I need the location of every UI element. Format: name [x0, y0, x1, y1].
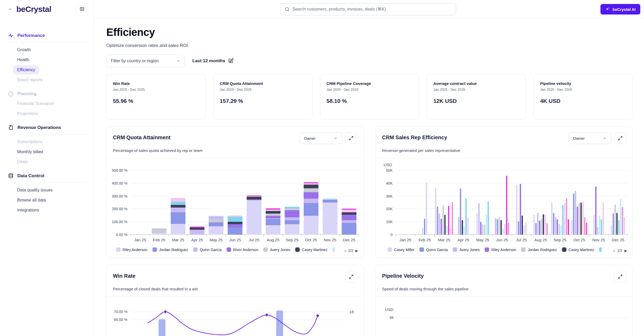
expand-chart-button[interactable] — [614, 132, 626, 144]
bar — [577, 207, 578, 235]
sidebar-item-subscriptions[interactable]: Subscriptions — [13, 137, 46, 147]
stacked-bar — [285, 207, 299, 235]
x-tick-label: Nov 25 — [589, 238, 608, 242]
legend-item-jordan-rodriguez[interactable]: Jordan Rodriguez — [521, 247, 557, 252]
axis-tick — [550, 235, 551, 236]
legend-item-partial[interactable] — [599, 247, 602, 252]
bar — [564, 203, 565, 235]
bar-group — [533, 213, 548, 235]
sidebar-item-projections[interactable]: Projections — [13, 109, 42, 118]
bar — [484, 225, 485, 235]
bar-segment — [209, 217, 223, 219]
legend-swatch — [453, 247, 457, 252]
x-tick-label: Jul 25 — [512, 238, 531, 242]
sidebar-item-growth[interactable]: Growth — [13, 45, 35, 55]
bar-cell — [245, 163, 264, 235]
chart-legend: Casey MillerQuinn GarciaAvery JonesRiley… — [376, 245, 632, 258]
expand-chart-button[interactable] — [614, 271, 626, 282]
sidebar-item-data-quality-issues[interactable]: Data quality issues — [13, 185, 56, 195]
bar-cell — [207, 163, 226, 235]
owner-select[interactable]: Owner — [299, 132, 342, 144]
legend-item-river-anderson[interactable]: River Anderson — [227, 247, 259, 252]
sidebar-item-efficiency[interactable]: Efficiency — [13, 65, 39, 75]
panel-collapse-icon — [79, 6, 85, 12]
sidebar-item-board-reports[interactable]: Board reports — [13, 75, 47, 85]
legend-next-icon[interactable]: ▶ — [355, 249, 358, 253]
edit-period-button[interactable] — [228, 58, 234, 64]
sidebar-item-browse-all-data[interactable]: Browse all data — [13, 195, 50, 205]
bar-cell — [169, 163, 188, 235]
legend-swatch — [562, 247, 566, 252]
legend-item-riley-anderson[interactable]: Riley Anderson — [116, 247, 147, 252]
y-axis: USD 4K — [377, 301, 397, 336]
legend-item-jordan-rodriguez[interactable]: Jordan Rodriguez — [152, 247, 188, 252]
kpi-period: Jan 2025 - Dec 2025 — [327, 88, 413, 92]
right-y-axis: 18 — [347, 301, 359, 336]
sidebar-section-planning[interactable]: Planning — [8, 89, 87, 98]
legend-prev-icon[interactable]: ◀ — [344, 249, 346, 253]
sidebar-collapse-button[interactable] — [76, 3, 88, 15]
expand-icon — [349, 274, 354, 279]
axis-tick — [589, 235, 589, 236]
expand-chart-button[interactable] — [345, 132, 357, 144]
legend-item-quinn-garcia[interactable]: Quinn Garcia — [419, 247, 448, 252]
axis-tick — [434, 235, 435, 236]
ai-assistant-button[interactable]: beCrystal AI — [600, 4, 640, 15]
legend-label: Casey Martinez — [569, 248, 594, 252]
chart-head: CRM Quota Attainment Owner — [107, 127, 363, 144]
x-tick-label: Oct 25 — [302, 238, 321, 242]
bar — [611, 226, 612, 235]
legend-item-avery-jones[interactable]: Avery Jones — [453, 247, 480, 252]
x-tick-label: Jun 25 — [226, 238, 245, 242]
ai-button-label: beCrystal AI — [613, 7, 636, 12]
search-input[interactable] — [292, 7, 452, 12]
sidebar-section-label: Data Control — [17, 173, 44, 179]
sidebar-item-monthly-billed[interactable]: Monthly billed — [13, 147, 47, 157]
legend-item-partial[interactable] — [332, 247, 335, 252]
sidebar-item-health[interactable]: Health — [13, 55, 33, 65]
chart-head: Pipeline Velocity — [376, 265, 632, 282]
legend-label: Avery Jones — [270, 248, 290, 252]
legend-item-quinn-garcia[interactable]: Quinn Garcia — [193, 247, 221, 252]
sidebar-item-financial-scenarios[interactable]: Financial Scenarios — [13, 99, 58, 108]
main-area: beCrystal AI Efficiency Optimize convers… — [94, 0, 644, 336]
expand-chart-button[interactable] — [345, 271, 357, 282]
sidebar-section-data-control[interactable]: Data Control — [8, 171, 87, 180]
stacked-bar — [209, 216, 223, 235]
bar — [613, 213, 614, 235]
sidebar-item-deals[interactable]: Deals — [13, 157, 32, 167]
legend-swatch — [227, 247, 231, 252]
sidebar-section-performance[interactable]: Performance — [8, 31, 87, 40]
y-tick-label: 200.00 % — [112, 207, 127, 211]
legend-item-casey-martinez[interactable]: Casey Martinez — [562, 247, 594, 252]
owner-select[interactable]: Owner — [569, 132, 611, 144]
legend-item-riley-anderson[interactable]: Riley Anderson — [485, 247, 516, 252]
legend-item-avery-jones[interactable]: Avery Jones — [263, 247, 290, 252]
bar — [580, 203, 582, 235]
bar-segment — [342, 212, 356, 215]
legend-label: Jordan Rodriguez — [528, 248, 557, 252]
bar-cell — [608, 163, 628, 235]
legend-swatch — [263, 247, 268, 252]
bar — [560, 226, 562, 235]
sidebar-section-revenue-operations[interactable]: Revenue Operations — [8, 123, 87, 132]
y-tick-label: 30K — [386, 194, 393, 198]
x-tick-label: Dec 25 — [340, 238, 359, 242]
bar-cells — [131, 163, 359, 235]
bar-segment — [266, 211, 280, 214]
kpi-value: 4K USD — [540, 98, 626, 104]
legend-item-casey-miller[interactable]: Casey Miller — [388, 247, 414, 252]
sidebar-item-integrations[interactable]: Integrations — [13, 205, 43, 215]
country-filter-select[interactable]: Filter by country or region — [106, 55, 185, 67]
axis-tick — [473, 235, 473, 236]
legend-item-casey-martinez[interactable]: Casey Martinez — [295, 247, 327, 252]
legend-next-icon[interactable]: ▶ — [624, 249, 627, 253]
bar-group — [611, 199, 625, 235]
bar — [441, 219, 442, 235]
bar — [482, 224, 483, 235]
legend-prev-icon[interactable]: ◀ — [613, 249, 615, 253]
chart-legend: Riley AndersonJordan RodriguezQuinn Garc… — [107, 245, 363, 258]
workspace-chevron-down-icon[interactable] — [7, 6, 14, 13]
bar — [446, 226, 447, 235]
legend-label: Riley Anderson — [491, 248, 516, 252]
